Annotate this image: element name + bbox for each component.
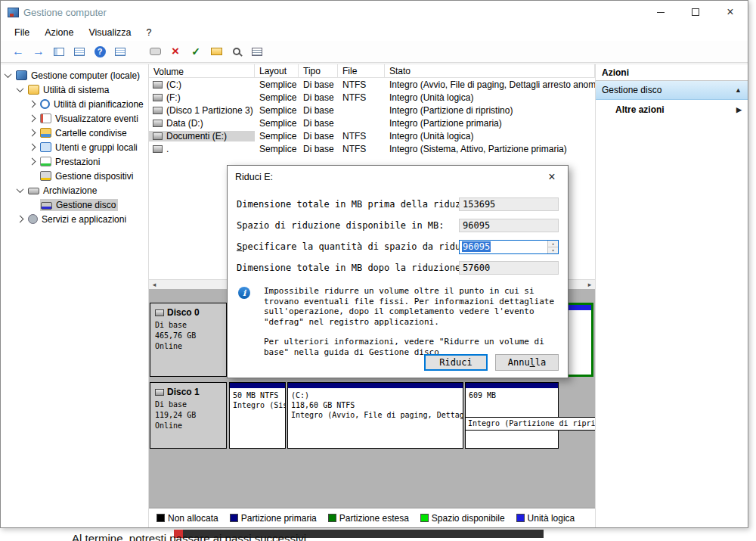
spinner-down-icon[interactable]: ▾ (548, 247, 558, 254)
field-total-before: Dimensione totale in MB prima della ridu… (237, 197, 559, 211)
available-shrink-value: 96095 (459, 219, 559, 232)
actions-altre-azioni[interactable]: Altre azioni ▶ (596, 100, 748, 119)
tree-item-gestione-disco[interactable]: Gestione disco (1, 197, 148, 212)
table-row[interactable]: (Disco 1 Partizione 3) Semplice Di base … (149, 104, 595, 117)
chevron-right-icon[interactable] (29, 129, 36, 137)
performance-icon (40, 157, 51, 166)
show-tree-icon[interactable] (51, 43, 67, 60)
cancel-button[interactable]: Annulla (495, 354, 559, 371)
menubar: File Azione Visualizza ? (1, 23, 748, 41)
toolbar: ← → ? × ✓ (1, 41, 748, 63)
legend-item: Partizione estesa (328, 513, 409, 524)
chevron-right-icon[interactable] (29, 144, 36, 151)
table-row[interactable]: (F:) Semplice Di base NTFS Integro (Unit… (149, 91, 595, 104)
volume-icon (153, 107, 163, 114)
console-tree: Gestione computer (locale) Utilità di si… (1, 64, 149, 527)
disk-management-icon (41, 202, 52, 210)
legend-item: Partizione primaria (230, 513, 317, 524)
volume-list-header: Volume Layout Tipo File system Stato (149, 64, 595, 78)
menu-file[interactable]: File (8, 26, 36, 39)
tree-item-utenti-e-gruppi[interactable]: Utenti e gruppi locali (1, 140, 148, 154)
disk1-header[interactable]: Disco 1 Di base 119,24 GB Online (150, 382, 227, 449)
info-icon: i (238, 287, 250, 299)
tree-item-cartelle-condivise[interactable]: Cartelle condivise (1, 126, 148, 140)
dialog-close-button[interactable]: × (536, 166, 568, 188)
chevron-down-icon[interactable] (5, 70, 12, 78)
volume-icon (153, 81, 163, 89)
partition-status-tooltip: Integro (Partizione di ripristino) (465, 417, 595, 431)
tree-item-utilita-di-pianificazione[interactable]: Utilità di pianificazione (1, 97, 148, 111)
storage-icon (28, 188, 39, 194)
volume-icon (153, 94, 163, 101)
help-icon[interactable]: ? (91, 43, 108, 60)
col-volume[interactable]: Volume (149, 64, 255, 77)
legend-item: Non allocata (156, 513, 218, 524)
field-shrink-amount: Specificare la quantità di spazio da rid… (237, 240, 559, 253)
zoom-icon[interactable] (228, 43, 245, 60)
volume-icon (153, 120, 163, 127)
chevron-down-icon[interactable] (17, 85, 24, 92)
minimize-icon (657, 12, 665, 13)
export-list-icon[interactable] (71, 43, 88, 60)
check-icon[interactable]: ✓ (187, 43, 204, 60)
col-stato[interactable]: Stato (385, 64, 595, 77)
disk1-partition-c[interactable]: (C:) 118,60 GB NTFS Integro (Avvio, File… (287, 382, 463, 449)
col-tipo[interactable]: Tipo (299, 64, 338, 77)
scroll-left-icon[interactable]: ◂ (149, 280, 160, 289)
chevron-down-icon[interactable] (17, 185, 24, 193)
tree-item-prestazioni[interactable]: Prestazioni (1, 154, 148, 169)
collapse-icon[interactable]: ▲ (735, 86, 742, 94)
disk0-header[interactable]: Disco 0 Di base 465,76 GB Online (150, 303, 227, 377)
menu-help[interactable]: ? (140, 26, 157, 39)
chevron-right-icon[interactable] (17, 216, 24, 223)
maximize-button[interactable] (678, 1, 713, 23)
dialog-titlebar: Riduci E: × (228, 166, 568, 188)
disk1-partition-system[interactable]: 50 MB NTFS Integro (Sist (229, 382, 286, 449)
details-view-icon[interactable] (249, 43, 265, 60)
actions-title: Azioni (596, 64, 748, 81)
window-title: Gestione computer (23, 7, 107, 18)
table-row[interactable]: . Semplice Di base NTFS Integro (Sistema… (149, 142, 595, 155)
menu-azione[interactable]: Azione (39, 26, 79, 39)
tree-item-gestione-computer[interactable]: Gestione computer (locale) (1, 68, 148, 82)
col-layout[interactable]: Layout (255, 64, 299, 77)
menu-visualizza[interactable]: Visualizza (82, 26, 137, 39)
legend-swatch (328, 514, 336, 522)
expand-icon[interactable]: ▶ (736, 106, 742, 113)
properties-icon[interactable] (112, 43, 129, 60)
tree-item-gestione-dispositivi[interactable]: Gestione dispositivi (1, 169, 148, 183)
local-users-icon (40, 142, 51, 152)
chevron-right-icon[interactable] (29, 158, 36, 166)
field-available-shrink: Spazio di riduzione disponibile in MB: 9… (237, 219, 559, 232)
back-icon[interactable]: ← (10, 43, 26, 60)
actions-group-gestione-disco[interactable]: Gestione disco ▲ (596, 81, 748, 100)
tree-item-servizi-e-applicazioni[interactable]: Servizi e applicazioni (1, 212, 148, 226)
col-file-system[interactable]: File system (338, 64, 385, 77)
shrink-button[interactable]: Riduci (424, 354, 488, 371)
field-total-after: Dimensione totale in MB dopo la riduzion… (237, 261, 559, 275)
legend-bar: Non allocata Partizione primaria Partizi… (149, 508, 595, 527)
shrink-amount-spinner[interactable]: 96095 ▴ ▾ (459, 240, 559, 254)
info-block: i Impossibile ridurre un volume oltre il… (238, 286, 559, 357)
scroll-right-icon[interactable]: ▸ (584, 280, 595, 289)
close-button[interactable]: × (713, 1, 748, 23)
console-window-icon[interactable] (147, 43, 163, 60)
minimize-button[interactable] (643, 1, 678, 23)
services-icon (28, 214, 38, 224)
tree-item-archiviazione[interactable]: Archiviazione (1, 183, 148, 197)
folder-icon[interactable] (208, 43, 225, 60)
chevron-right-icon[interactable] (29, 101, 36, 108)
table-row-selected[interactable]: Documenti (E:) Semplice Di base NTFS Int… (149, 129, 595, 142)
maximize-icon (692, 8, 699, 16)
table-row[interactable]: (C:) Semplice Di base NTFS Integro (Avvi… (149, 78, 595, 91)
tree-item-visualizzatore-eventi[interactable]: Visualizzatore eventi (1, 111, 148, 126)
table-row[interactable]: Data (D:) Semplice Di base Integro (Part… (149, 117, 595, 129)
task-scheduler-icon (40, 99, 50, 109)
forward-icon[interactable]: → (30, 43, 47, 60)
total-before-value: 153695 (459, 197, 559, 211)
shared-folders-icon (40, 128, 51, 138)
disk1-partition-recovery[interactable]: 609 MB (465, 382, 559, 449)
chevron-right-icon[interactable] (29, 115, 36, 123)
delete-icon[interactable]: × (167, 43, 184, 60)
tree-item-utilita-di-sistema[interactable]: Utilità di sistema (1, 82, 148, 97)
